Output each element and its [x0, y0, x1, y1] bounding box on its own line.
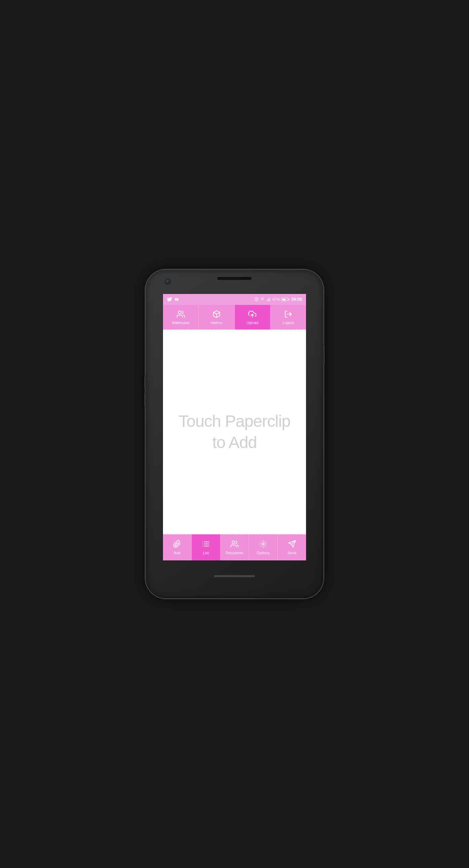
battery-icon — [281, 298, 289, 301]
svg-rect-5 — [269, 298, 269, 301]
clock-time: 09:08 — [291, 297, 302, 302]
front-camera — [165, 279, 170, 284]
youtube-icon — [174, 297, 179, 301]
placeholder-text: Touch Paperclip to Add — [179, 411, 291, 454]
add-label: Add — [174, 551, 181, 555]
top-navigation: Addresses History — [163, 305, 306, 330]
btn-send[interactable]: Send — [278, 534, 306, 560]
placeholder-line1: Touch Paperclip — [179, 411, 291, 432]
upload-label: Upload — [246, 321, 258, 325]
recipients-label: Recipients — [226, 551, 243, 555]
top-bezel — [145, 270, 324, 294]
screen: 67% 09:08 — [163, 294, 306, 561]
svg-rect-6 — [270, 297, 270, 301]
vol-down-button[interactable] — [144, 393, 146, 407]
tab-upload[interactable]: Upload — [235, 305, 271, 330]
twitter-icon — [167, 297, 172, 302]
logout-label: Logout — [282, 321, 294, 325]
list-icon — [202, 540, 210, 549]
svg-point-17 — [232, 541, 235, 544]
history-icon — [213, 310, 221, 320]
alarm-icon — [254, 297, 259, 302]
tab-history[interactable]: History — [199, 305, 235, 330]
list-label: List — [203, 551, 209, 555]
btn-options[interactable]: Options — [249, 534, 278, 560]
svg-point-7 — [178, 311, 181, 314]
vol-up-button[interactable] — [144, 376, 146, 389]
btn-list[interactable]: List — [192, 534, 220, 560]
options-icon — [259, 540, 267, 549]
btn-add[interactable]: Add — [163, 534, 192, 560]
status-bar: 67% 09:08 — [163, 294, 306, 305]
addresses-icon — [177, 310, 185, 320]
tab-logout[interactable]: Logout — [270, 305, 306, 330]
svg-rect-4 — [268, 299, 268, 301]
upload-icon — [248, 310, 256, 320]
svg-point-18 — [262, 543, 264, 545]
history-label: History — [211, 321, 223, 325]
send-label: Send — [288, 551, 296, 555]
earpiece-speaker — [217, 277, 252, 280]
status-left-icons — [167, 297, 179, 302]
svg-rect-3 — [267, 300, 267, 301]
options-label: Options — [257, 551, 270, 555]
power-button[interactable] — [323, 345, 325, 365]
content-area: Touch Paperclip to Add — [163, 330, 306, 534]
home-bar[interactable] — [214, 575, 255, 577]
send-icon — [288, 540, 296, 549]
addresses-label: Addresses — [172, 321, 190, 325]
phone-frame: 67% 09:08 — [145, 270, 324, 598]
recipients-icon — [230, 540, 239, 549]
paperclip-icon — [173, 540, 181, 549]
bottom-bezel — [145, 561, 324, 592]
tab-addresses[interactable]: Addresses — [163, 305, 199, 330]
wifi-icon — [260, 297, 265, 302]
signal-icon — [266, 297, 271, 302]
battery-percent: 67% — [272, 297, 280, 301]
btn-recipients[interactable]: Recipients — [220, 534, 249, 560]
logout-icon — [284, 310, 292, 320]
status-right-icons: 67% 09:08 — [254, 297, 302, 302]
bottom-navigation: Add List — [163, 534, 306, 560]
placeholder-line2: to Add — [179, 432, 291, 453]
